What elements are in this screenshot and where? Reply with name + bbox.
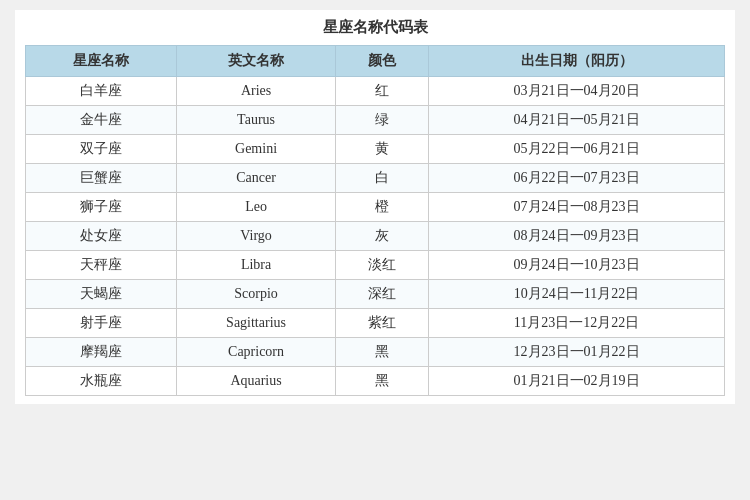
cell-chinese: 双子座 (26, 135, 177, 164)
cell-english: Libra (177, 251, 336, 280)
table-row: 水瓶座Aquarius黑01月21日一02月19日 (26, 367, 725, 396)
table-row: 巨蟹座Cancer白06月22日一07月23日 (26, 164, 725, 193)
table-row: 天蝎座Scorpio深红10月24日一11月22日 (26, 280, 725, 309)
cell-english: Scorpio (177, 280, 336, 309)
cell-color: 白 (336, 164, 429, 193)
cell-dates: 10月24日一11月22日 (429, 280, 725, 309)
cell-color: 黑 (336, 367, 429, 396)
cell-color: 灰 (336, 222, 429, 251)
cell-english: Aquarius (177, 367, 336, 396)
col-header-dates: 出生日期（阳历） (429, 46, 725, 77)
table-row: 射手座Sagittarius紫红11月23日一12月22日 (26, 309, 725, 338)
table-header-row: 星座名称 英文名称 颜色 出生日期（阳历） (26, 46, 725, 77)
cell-chinese: 狮子座 (26, 193, 177, 222)
table-row: 摩羯座Capricorn黑12月23日一01月22日 (26, 338, 725, 367)
cell-dates: 05月22日一06月21日 (429, 135, 725, 164)
col-header-chinese: 星座名称 (26, 46, 177, 77)
table-row: 狮子座Leo橙07月24日一08月23日 (26, 193, 725, 222)
cell-chinese: 处女座 (26, 222, 177, 251)
cell-color: 紫红 (336, 309, 429, 338)
main-container: 星座名称代码表 星座名称 英文名称 颜色 出生日期（阳历） 白羊座Aries红0… (15, 10, 735, 404)
cell-chinese: 天蝎座 (26, 280, 177, 309)
table-row: 白羊座Aries红03月21日一04月20日 (26, 77, 725, 106)
cell-dates: 01月21日一02月19日 (429, 367, 725, 396)
cell-dates: 08月24日一09月23日 (429, 222, 725, 251)
cell-chinese: 天秤座 (26, 251, 177, 280)
cell-chinese: 巨蟹座 (26, 164, 177, 193)
cell-dates: 04月21日一05月21日 (429, 106, 725, 135)
cell-color: 深红 (336, 280, 429, 309)
col-header-english: 英文名称 (177, 46, 336, 77)
cell-dates: 09月24日一10月23日 (429, 251, 725, 280)
cell-chinese: 金牛座 (26, 106, 177, 135)
cell-dates: 11月23日一12月22日 (429, 309, 725, 338)
cell-english: Capricorn (177, 338, 336, 367)
cell-english: Virgo (177, 222, 336, 251)
cell-chinese: 射手座 (26, 309, 177, 338)
cell-color: 黄 (336, 135, 429, 164)
cell-color: 橙 (336, 193, 429, 222)
cell-chinese: 白羊座 (26, 77, 177, 106)
cell-english: Cancer (177, 164, 336, 193)
table-row: 处女座Virgo灰08月24日一09月23日 (26, 222, 725, 251)
page-title: 星座名称代码表 (25, 18, 725, 37)
table-row: 天秤座Libra淡红09月24日一10月23日 (26, 251, 725, 280)
cell-color: 红 (336, 77, 429, 106)
cell-english: Taurus (177, 106, 336, 135)
cell-dates: 06月22日一07月23日 (429, 164, 725, 193)
cell-dates: 12月23日一01月22日 (429, 338, 725, 367)
cell-dates: 03月21日一04月20日 (429, 77, 725, 106)
cell-english: Gemini (177, 135, 336, 164)
zodiac-table: 星座名称 英文名称 颜色 出生日期（阳历） 白羊座Aries红03月21日一04… (25, 45, 725, 396)
cell-color: 黑 (336, 338, 429, 367)
cell-english: Aries (177, 77, 336, 106)
cell-chinese: 摩羯座 (26, 338, 177, 367)
col-header-color: 颜色 (336, 46, 429, 77)
table-row: 双子座Gemini黄05月22日一06月21日 (26, 135, 725, 164)
cell-dates: 07月24日一08月23日 (429, 193, 725, 222)
cell-color: 淡红 (336, 251, 429, 280)
cell-chinese: 水瓶座 (26, 367, 177, 396)
cell-english: Leo (177, 193, 336, 222)
cell-color: 绿 (336, 106, 429, 135)
cell-english: Sagittarius (177, 309, 336, 338)
table-row: 金牛座Taurus绿04月21日一05月21日 (26, 106, 725, 135)
